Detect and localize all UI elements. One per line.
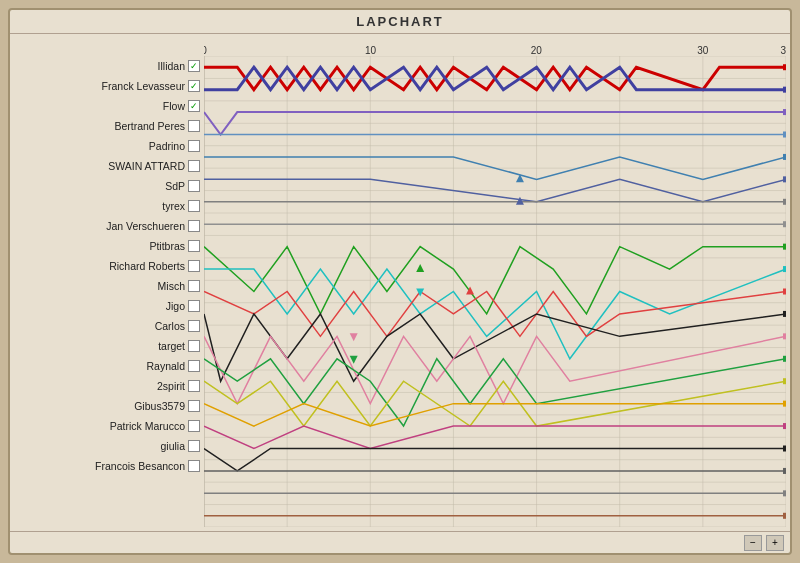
- driver-label-3: Bertrand Peres: [14, 116, 204, 136]
- prev-button[interactable]: −: [744, 535, 762, 551]
- axis-label-0: 0: [204, 45, 207, 56]
- driver-checkbox-17[interactable]: [188, 400, 200, 412]
- svg-rect-38: [783, 244, 786, 250]
- next-button[interactable]: +: [766, 535, 784, 551]
- svg-rect-45: [783, 401, 786, 407]
- driver-label-9: Ptitbras: [14, 236, 204, 256]
- axis-label-3: 30: [697, 45, 708, 56]
- driver-name-7: tyrex: [162, 200, 185, 212]
- driver-checkbox-16[interactable]: [188, 380, 200, 392]
- svg-rect-39: [783, 266, 786, 272]
- driver-checkbox-12[interactable]: [188, 300, 200, 312]
- driver-label-20: Francois Besancon: [14, 456, 204, 476]
- axis-row: 010203035: [204, 38, 786, 56]
- driver-checkbox-6[interactable]: [188, 180, 200, 192]
- svg-rect-44: [783, 378, 786, 384]
- driver-checkbox-15[interactable]: [188, 360, 200, 372]
- driver-label-19: giulia: [14, 436, 204, 456]
- driver-checkbox-10[interactable]: [188, 260, 200, 272]
- svg-rect-40: [783, 289, 786, 295]
- driver-name-14: target: [158, 340, 185, 352]
- driver-label-4: Padrino: [14, 136, 204, 156]
- svg-rect-31: [783, 87, 786, 93]
- svg-rect-49: [783, 490, 786, 496]
- driver-name-3: Bertrand Peres: [114, 120, 185, 132]
- driver-checkbox-4[interactable]: [188, 140, 200, 152]
- chart-title: LAPCHART: [10, 10, 790, 34]
- axis-label-2: 20: [531, 45, 542, 56]
- svg-marker-52: [516, 197, 524, 205]
- svg-rect-37: [783, 221, 786, 227]
- driver-name-8: Jan Verschueren: [106, 220, 185, 232]
- svg-marker-57: [350, 356, 358, 364]
- driver-label-11: Misch: [14, 276, 204, 296]
- driver-checkbox-5[interactable]: [188, 160, 200, 172]
- driver-label-12: Jigo: [14, 296, 204, 316]
- driver-checkbox-2[interactable]: ✓: [188, 100, 200, 112]
- driver-label-10: Richard Roberts: [14, 256, 204, 276]
- chart-svg: [204, 56, 786, 527]
- svg-rect-46: [783, 423, 786, 429]
- bottom-bar: − +: [10, 531, 790, 553]
- driver-label-15: Raynald: [14, 356, 204, 376]
- svg-rect-35: [783, 176, 786, 182]
- driver-name-0: Illidan: [158, 60, 185, 72]
- labels-column: Illidan✓Franck Levasseur✓Flow✓Bertrand P…: [14, 38, 204, 527]
- outer-frame: LAPCHART Illidan✓Franck Levasseur✓Flow✓B…: [0, 0, 800, 563]
- grid-lines: [204, 56, 786, 527]
- driver-checkbox-18[interactable]: [188, 420, 200, 432]
- driver-name-5: SWAIN ATTARD: [108, 160, 185, 172]
- driver-name-20: Francois Besancon: [95, 460, 185, 472]
- svg-marker-56: [350, 333, 358, 341]
- driver-name-6: SdP: [165, 180, 185, 192]
- driver-name-15: Raynald: [146, 360, 185, 372]
- driver-checkbox-14[interactable]: [188, 340, 200, 352]
- driver-checkbox-13[interactable]: [188, 320, 200, 332]
- driver-label-13: Carlos: [14, 316, 204, 336]
- svg-rect-30: [783, 64, 786, 70]
- driver-checkbox-19[interactable]: [188, 440, 200, 452]
- driver-name-4: Padrino: [149, 140, 185, 152]
- driver-checkbox-1[interactable]: ✓: [188, 80, 200, 92]
- driver-label-0: Illidan✓: [14, 56, 204, 76]
- driver-checkbox-11[interactable]: [188, 280, 200, 292]
- driver-name-13: Carlos: [155, 320, 185, 332]
- driver-name-17: Gibus3579: [134, 400, 185, 412]
- driver-label-7: tyrex: [14, 196, 204, 216]
- driver-label-14: target: [14, 336, 204, 356]
- driver-checkbox-3[interactable]: [188, 120, 200, 132]
- driver-name-1: Franck Levasseur: [102, 80, 185, 92]
- axis-label-4: 35: [780, 45, 786, 56]
- driver-checkbox-8[interactable]: [188, 220, 200, 232]
- chart-area: Illidan✓Franck Levasseur✓Flow✓Bertrand P…: [10, 34, 790, 531]
- driver-name-2: Flow: [163, 100, 185, 112]
- driver-checkbox-9[interactable]: [188, 240, 200, 252]
- svg-rect-43: [783, 356, 786, 362]
- driver-name-10: Richard Roberts: [109, 260, 185, 272]
- driver-label-16: 2spirit: [14, 376, 204, 396]
- driver-name-9: Ptitbras: [149, 240, 185, 252]
- driver-name-12: Jigo: [166, 300, 185, 312]
- driver-name-11: Misch: [158, 280, 185, 292]
- svg-rect-33: [783, 132, 786, 138]
- driver-name-16: 2spirit: [157, 380, 185, 392]
- graph-column: 010203035: [204, 38, 786, 527]
- svg-rect-36: [783, 199, 786, 205]
- driver-label-6: SdP: [14, 176, 204, 196]
- svg-rect-50: [783, 513, 786, 519]
- svg-rect-41: [783, 311, 786, 317]
- driver-label-8: Jan Verschueren: [14, 216, 204, 236]
- svg-rect-42: [783, 333, 786, 339]
- driver-name-19: giulia: [160, 440, 185, 452]
- svg-rect-47: [783, 446, 786, 452]
- svg-marker-53: [416, 264, 424, 272]
- driver-checkbox-20[interactable]: [188, 460, 200, 472]
- svg-rect-48: [783, 468, 786, 474]
- svg-rect-32: [783, 109, 786, 115]
- driver-checkbox-7[interactable]: [188, 200, 200, 212]
- driver-checkbox-0[interactable]: ✓: [188, 60, 200, 72]
- inner-panel: LAPCHART Illidan✓Franck Levasseur✓Flow✓B…: [8, 8, 792, 555]
- svg-rect-34: [783, 154, 786, 160]
- axis-label-1: 10: [365, 45, 376, 56]
- driver-label-1: Franck Levasseur✓: [14, 76, 204, 96]
